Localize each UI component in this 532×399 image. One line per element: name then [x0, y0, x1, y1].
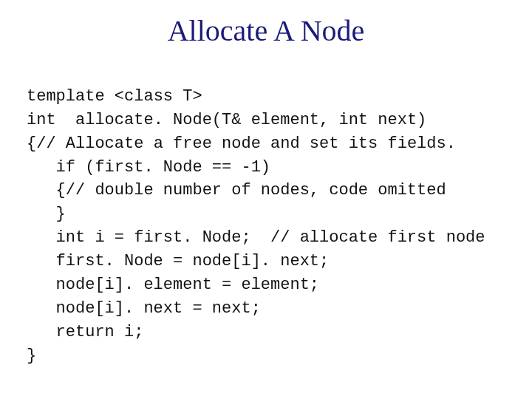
code-line: int i = first. Node; // allocate first n…	[27, 226, 485, 250]
code-line: {	[27, 179, 66, 202]
code-line: node[i]. element = element;	[27, 273, 319, 297]
code-line: {	[27, 134, 36, 153]
code-comment: // double number of nodes, code omitted	[66, 181, 446, 200]
code-comment: // Allocate a free node and set its fiel…	[36, 134, 456, 153]
code-line: int allocate. Node(T& element, int next)	[27, 111, 426, 129]
code-block: template <class T> int allocate. Node(T&…	[27, 61, 505, 391]
code-line: template <class T>	[27, 87, 202, 106]
slide: Allocate A Node template <class T> int a…	[0, 0, 532, 399]
code-line: node[i]. next = next;	[27, 297, 261, 321]
code-line: return i;	[27, 321, 143, 344]
slide-title: Allocate A Node	[27, 13, 505, 48]
code-line: if (first. Node == -1)	[27, 156, 270, 180]
code-line: }	[27, 202, 66, 226]
code-line: first. Node = node[i]. next;	[27, 250, 329, 273]
code-line: }	[27, 347, 36, 365]
